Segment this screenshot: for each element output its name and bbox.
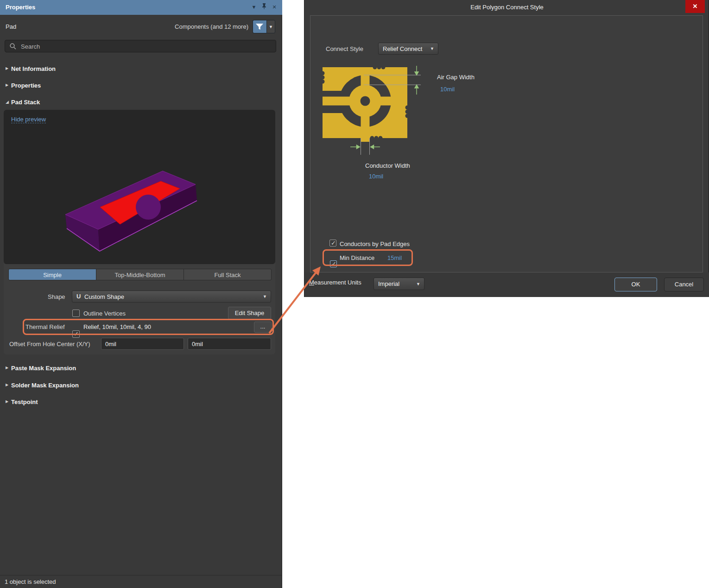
section-label: Testpoint (11, 398, 38, 405)
collapsed-arrow-icon: ▶ (6, 399, 8, 404)
section-net-information[interactable]: ▶ Net Information (0, 64, 282, 75)
chevron-down-icon: ▼ (263, 294, 267, 299)
tab-full-stack[interactable]: Full Stack (184, 269, 271, 280)
thermal-relief-label: Thermal Relief (25, 323, 65, 330)
section-properties[interactable]: ▶ Properties (0, 81, 282, 91)
section-label: Solder Mask Expansion (11, 382, 79, 389)
conductor-width-value[interactable]: 10mil (369, 173, 383, 180)
section-solder-mask-expansion[interactable]: ▶ Solder Mask Expansion (0, 381, 282, 391)
object-type-label: Pad (6, 23, 16, 30)
outline-vertices-label: Outline Vertices (83, 310, 126, 317)
units-value: Imperial (378, 280, 399, 287)
section-label: Pad Stack (11, 99, 40, 106)
section-testpoint[interactable]: ▶ Testpoint (0, 398, 282, 408)
relief-connect-diagram (319, 63, 449, 161)
thermal-relief-checkbox[interactable] (72, 330, 80, 338)
min-distance-label: Min Distance (340, 254, 374, 261)
air-gap-width-value[interactable]: 10mil (440, 86, 455, 93)
edit-polygon-connect-style-dialog: Edit Polygon Connect Style ✕ Connect Sty… (304, 0, 709, 297)
section-pad-stack[interactable]: ◢ Pad Stack (0, 98, 282, 108)
chevron-down-icon: ▼ (430, 46, 434, 51)
pad-stack-body: Hide preview Simple Top-Middle (4, 110, 275, 354)
offset-x-input[interactable] (101, 338, 184, 350)
min-distance-checkbox[interactable] (330, 260, 337, 267)
pad-3d-preview[interactable]: Hide preview (4, 110, 275, 264)
tab-simple[interactable]: Simple (9, 269, 96, 280)
dialog-content: Connect Style Relief Connect ▼ (310, 15, 703, 272)
pad-stack-tabs: Simple Top-Middle-Bottom Full Stack (8, 269, 272, 280)
section-label: Paste Mask Expansion (11, 365, 76, 372)
dialog-bottom-bar: Measurement Units Imperial ▼ OK Cancel (304, 272, 709, 297)
filter-scope-label: Components (and 12 more) (175, 23, 248, 30)
status-separator (0, 575, 282, 575)
section-label: Net Information (11, 65, 56, 72)
custom-shape-icon: U (76, 293, 81, 300)
chevron-down-icon: ▼ (416, 282, 420, 286)
offset-y-input[interactable] (188, 338, 271, 350)
cancel-button[interactable]: Cancel (664, 278, 704, 291)
expanded-arrow-icon: ◢ (6, 100, 9, 104)
conductor-width-label: Conductor Width (365, 162, 410, 169)
offset-label: Offset From Hole Center (X/Y) (9, 341, 90, 348)
tab-top-middle-bottom[interactable]: Top-Middle-Bottom (96, 269, 184, 280)
collapsed-arrow-icon: ▶ (6, 66, 8, 70)
measurement-units-dropdown[interactable]: Imperial ▼ (373, 278, 424, 290)
filter-dropdown-button[interactable]: ▼ (266, 20, 275, 33)
air-gap-width-label: Air Gap Width (437, 74, 475, 81)
shape-label: Shape (48, 293, 65, 300)
search-box (5, 40, 276, 52)
status-text: 1 object is selected (5, 578, 56, 585)
thermal-relief-value: Relief, 10mil, 10mil, 4, 90 (83, 323, 151, 330)
filter-button[interactable] (253, 20, 266, 33)
ok-button[interactable]: OK (614, 278, 657, 291)
search-icon (10, 43, 16, 50)
collapsed-arrow-icon: ▶ (6, 366, 8, 370)
pad-3d-render (4, 110, 275, 264)
conductors-by-pad-edges-checkbox[interactable] (329, 240, 336, 247)
measurement-units-label: Measurement Units (309, 279, 361, 286)
shape-dropdown[interactable]: U Custom Shape ▼ (72, 291, 271, 303)
connect-style-label: Connect Style (326, 45, 363, 52)
section-label: Properties (11, 82, 41, 89)
conductors-by-pad-edges-label: Conductors by Pad Edges (340, 240, 410, 247)
search-input[interactable] (20, 41, 272, 52)
properties-panel: Properties ▼ ✕ Pad Components (and 12 mo… (0, 0, 282, 588)
shape-value: Custom Shape (84, 293, 124, 300)
min-distance-value[interactable]: 15mil (387, 254, 402, 261)
section-paste-mask-expansion[interactable]: ▶ Paste Mask Expansion (0, 364, 282, 374)
connect-style-dropdown[interactable]: Relief Connect ▼ (378, 43, 438, 55)
collapsed-arrow-icon: ▶ (6, 83, 8, 87)
panel-close-icon[interactable]: ✕ (270, 3, 279, 11)
pin-icon[interactable] (260, 3, 268, 11)
panel-menu-chevron-icon[interactable]: ▼ (250, 3, 258, 11)
outline-vertices-checkbox[interactable] (72, 310, 80, 317)
funnel-icon (255, 23, 264, 31)
panel-titlebar: Properties ▼ ✕ (0, 0, 282, 15)
screen: Properties ▼ ✕ Pad Components (and 12 mo… (0, 0, 709, 588)
connect-style-value: Relief Connect (383, 45, 422, 52)
dialog-title: Edit Polygon Connect Style (304, 0, 709, 15)
edit-shape-button[interactable]: Edit Shape (228, 307, 271, 319)
dialog-close-button[interactable]: ✕ (685, 0, 705, 13)
collapsed-arrow-icon: ▶ (6, 383, 8, 387)
panel-title: Properties (6, 4, 35, 11)
thermal-relief-more-button[interactable]: ... (254, 322, 272, 333)
